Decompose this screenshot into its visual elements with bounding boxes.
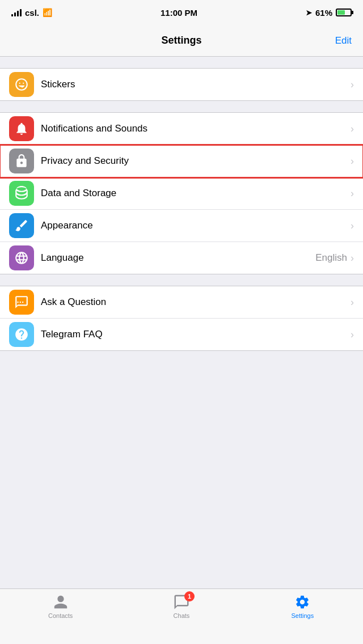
- settings-row-privacy[interactable]: Privacy and Security ›: [0, 145, 363, 177]
- tab-bar: Contacts 1 Chats Settings: [0, 588, 363, 644]
- stickers-chevron: ›: [351, 79, 354, 91]
- settings-group-main: Notifications and Sounds › Privacy and S…: [0, 112, 363, 274]
- stickers-icon: [9, 72, 34, 97]
- faq-chevron: ›: [351, 329, 354, 341]
- settings-row-ask[interactable]: Ask a Question ›: [0, 286, 363, 319]
- appearance-chevron: ›: [351, 220, 354, 232]
- page-title: Settings: [161, 35, 201, 46]
- location-icon: ➤: [306, 9, 312, 17]
- settings-row-data[interactable]: Data and Storage ›: [0, 177, 363, 210]
- data-chevron: ›: [351, 188, 354, 200]
- battery-percentage: 61%: [315, 8, 332, 18]
- carrier-label: csl.: [25, 8, 39, 18]
- battery-icon: [336, 9, 352, 16]
- privacy-chevron: ›: [351, 155, 354, 167]
- navigation-bar: Settings Edit: [0, 25, 363, 57]
- status-right: ➤ 61%: [306, 8, 352, 18]
- language-label: Language: [41, 252, 315, 264]
- contacts-tab-icon: [52, 594, 69, 611]
- notifications-icon: [9, 116, 34, 141]
- chats-badge: 1: [184, 591, 195, 601]
- appearance-label: Appearance: [41, 220, 351, 231]
- wifi-icon: 📶: [43, 8, 52, 17]
- chats-tab-label: Chats: [174, 612, 190, 619]
- settings-row-faq[interactable]: Telegram FAQ ›: [0, 319, 363, 350]
- language-icon: [9, 245, 34, 270]
- tab-chats[interactable]: 1 Chats: [121, 594, 242, 619]
- language-value: English: [315, 252, 347, 264]
- appearance-icon: [9, 213, 34, 238]
- settings-group-support: Ask a Question › Telegram FAQ ›: [0, 286, 363, 351]
- contacts-tab-label: Contacts: [48, 612, 73, 619]
- data-icon: [9, 181, 34, 206]
- settings-row-stickers[interactable]: Stickers ›: [0, 69, 363, 100]
- settings-row-notifications[interactable]: Notifications and Sounds ›: [0, 113, 363, 145]
- privacy-icon: [9, 149, 34, 173]
- edit-button[interactable]: Edit: [335, 35, 352, 46]
- settings-row-appearance[interactable]: Appearance ›: [0, 210, 363, 242]
- language-chevron: ›: [351, 252, 354, 264]
- status-time: 11:00 PM: [161, 8, 197, 18]
- settings-row-language[interactable]: Language English ›: [0, 242, 363, 274]
- tab-contacts[interactable]: Contacts: [0, 594, 121, 619]
- settings-group-stickers: Stickers ›: [0, 68, 363, 101]
- notifications-label: Notifications and Sounds: [41, 123, 351, 134]
- ask-icon: [9, 290, 34, 315]
- settings-tab-label: Settings: [291, 612, 314, 619]
- faq-label: Telegram FAQ: [41, 329, 351, 340]
- stickers-label: Stickers: [41, 79, 351, 90]
- chats-tab-icon: 1: [173, 594, 190, 611]
- faq-icon: [9, 322, 34, 347]
- ask-chevron: ›: [351, 296, 354, 308]
- data-label: Data and Storage: [41, 188, 351, 199]
- settings-tab-icon: [294, 594, 311, 611]
- status-left: csl. 📶: [11, 8, 52, 18]
- tab-settings[interactable]: Settings: [242, 594, 363, 619]
- signal-icon: [11, 9, 22, 16]
- status-bar: csl. 📶 11:00 PM ➤ 61%: [0, 0, 363, 25]
- notifications-chevron: ›: [351, 123, 354, 135]
- privacy-label: Privacy and Security: [41, 155, 351, 167]
- ask-label: Ask a Question: [41, 296, 351, 308]
